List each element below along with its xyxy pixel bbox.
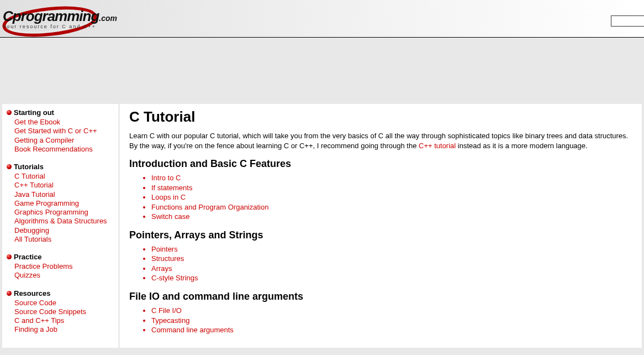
sidebar-title: Resources — [14, 289, 50, 297]
tutorial-link[interactable]: Loops in C — [151, 192, 632, 202]
sidebar-link[interactable]: Java Tutorial — [14, 190, 115, 199]
cpp-tutorial-link[interactable]: C++ tutorial — [419, 142, 456, 150]
tutorial-link[interactable]: If statements — [151, 183, 632, 193]
page-title: C Tutorial — [129, 108, 632, 126]
banner-area — [0, 38, 644, 104]
sidebar-link[interactable]: Quizzes — [14, 271, 115, 280]
header: Cprogramming.com Your resource for C and… — [0, 0, 644, 38]
sidebar-link[interactable]: Get the Ebook — [14, 118, 115, 127]
search-input[interactable] — [611, 15, 644, 27]
site-logo[interactable]: Cprogramming.com Your resource for C and… — [3, 8, 117, 29]
sidebar-link[interactable]: Book Recommendations — [14, 145, 115, 154]
tutorial-list: Pointers Structures Arrays C-style Strin… — [129, 244, 632, 283]
sidebar-link[interactable]: Debugging — [14, 226, 115, 235]
section-heading: Pointers, Arrays and Strings — [129, 229, 632, 241]
main-content: C Tutorial Learn C with our popular C tu… — [119, 104, 642, 348]
sidebar-link[interactable]: C Tutorial — [14, 172, 115, 181]
sidebar-link[interactable]: Graphics Programming — [14, 208, 115, 217]
intro-text-2: instead as it is a more modern language. — [456, 142, 587, 150]
tutorial-link[interactable]: Arrays — [151, 264, 632, 274]
sidebar-link[interactable]: Algorithms & Data Structures — [14, 217, 115, 226]
tutorial-link[interactable]: Functions and Program Organization — [151, 202, 632, 212]
sidebar-link[interactable]: Source Code — [14, 299, 115, 307]
content-wrap: Starting out Get the Ebook Get Started w… — [0, 104, 644, 348]
tutorial-list: C File I/O Typecasting Command line argu… — [129, 306, 632, 335]
sidebar-section-practice: Practice Practice Problems Quizzes — [7, 253, 115, 280]
bullet-icon — [7, 164, 12, 169]
sidebar-link[interactable]: All Tutorials — [14, 235, 115, 244]
tutorial-link[interactable]: Pointers — [151, 244, 632, 254]
sidebar-title: Starting out — [14, 108, 54, 117]
section-heading: File IO and command line arguments — [129, 291, 632, 302]
bullet-icon — [7, 254, 12, 259]
sidebar: Starting out Get the Ebook Get Started w… — [2, 104, 119, 348]
sidebar-link[interactable]: C++ Tutorial — [14, 181, 115, 190]
sidebar-section-resources: Resources Source Code Source Code Snippe… — [7, 289, 115, 335]
tutorial-link[interactable]: Intro to C — [151, 173, 632, 183]
sidebar-title: Practice — [14, 253, 42, 261]
tutorial-link[interactable]: Structures — [151, 254, 632, 264]
intro-paragraph: Learn C with our popular C tutorial, whi… — [129, 131, 632, 150]
tutorial-link[interactable]: Command line arguments — [151, 325, 632, 335]
section-heading: Introduction and Basic C Features — [129, 158, 632, 170]
logo-suffix: .com — [99, 14, 117, 23]
bullet-icon — [7, 291, 12, 296]
tutorial-link[interactable]: Switch case — [151, 212, 632, 222]
tutorial-link[interactable]: C File I/O — [151, 306, 632, 316]
sidebar-link[interactable]: Finding a Job — [14, 325, 115, 334]
sidebar-link[interactable]: C and C++ Tips — [14, 316, 115, 325]
sidebar-section-starting-out: Starting out Get the Ebook Get Started w… — [7, 108, 115, 154]
tutorial-link[interactable]: Typecasting — [151, 316, 632, 326]
tutorial-link[interactable]: C-style Strings — [151, 273, 632, 283]
logo-main-text: Cprogramming — [3, 8, 99, 24]
sidebar-title: Tutorials — [14, 163, 44, 171]
sidebar-link[interactable]: Getting a Compiler — [14, 136, 115, 145]
sidebar-link[interactable]: Game Programming — [14, 199, 115, 208]
tutorial-list: Intro to C If statements Loops in C Func… — [129, 173, 632, 222]
sidebar-link[interactable]: Source Code Snippets — [14, 307, 115, 316]
sidebar-link[interactable]: Get Started with C or C++ — [14, 127, 115, 135]
sidebar-link[interactable]: Practice Problems — [14, 262, 115, 271]
sidebar-section-tutorials: Tutorials C Tutorial C++ Tutorial Java T… — [7, 163, 115, 244]
bullet-icon — [7, 110, 12, 115]
